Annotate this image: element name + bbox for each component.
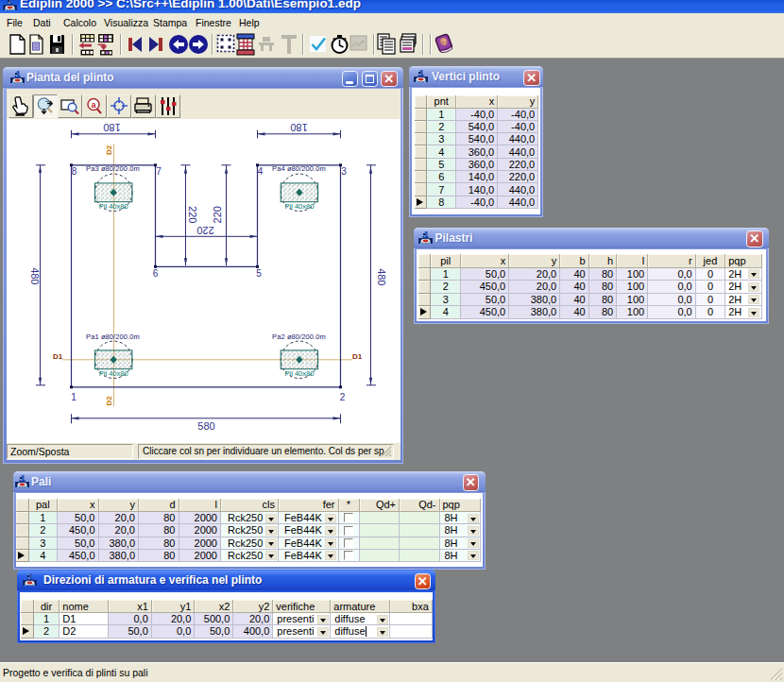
svg-text:Pa1 ø80/200.0m: Pa1 ø80/200.0m [86, 332, 140, 340]
svg-text:5: 5 [256, 267, 262, 278]
svg-text:Pil 40x80: Pil 40x80 [99, 368, 128, 377]
svg-text:4: 4 [258, 166, 264, 177]
svg-text:8: 8 [72, 166, 77, 177]
svg-text:Pa3 ø80/200.0m: Pa3 ø80/200.0m [86, 163, 140, 172]
svg-text:220: 220 [212, 206, 223, 223]
svg-text:D2: D2 [105, 145, 113, 155]
svg-text:2: 2 [340, 392, 346, 402]
svg-text:D1: D1 [352, 351, 363, 360]
svg-text:480: 480 [376, 268, 387, 285]
svg-text:1: 1 [71, 392, 77, 402]
svg-text:3: 3 [341, 166, 347, 177]
svg-text:Pil 40x80: Pil 40x80 [284, 202, 314, 211]
svg-text:Pil 40x80: Pil 40x80 [99, 202, 128, 211]
svg-text:180: 180 [103, 122, 120, 133]
svg-text:6: 6 [153, 267, 159, 278]
svg-text:Pa4 ø80/200.0m: Pa4 ø80/200.0m [272, 163, 326, 172]
svg-text:480: 480 [29, 267, 41, 284]
svg-text:220: 220 [187, 206, 198, 223]
svg-text:D1: D1 [53, 351, 63, 360]
svg-text:Pil 40x80: Pil 40x80 [284, 368, 314, 377]
svg-text:220: 220 [196, 225, 213, 236]
svg-text:Pa2 ø80/200.0m: Pa2 ø80/200.0m [272, 332, 326, 340]
svg-text:580: 580 [197, 420, 214, 432]
svg-text:180: 180 [290, 122, 307, 133]
svg-text:7: 7 [156, 166, 162, 177]
svg-text:D2: D2 [105, 395, 113, 405]
